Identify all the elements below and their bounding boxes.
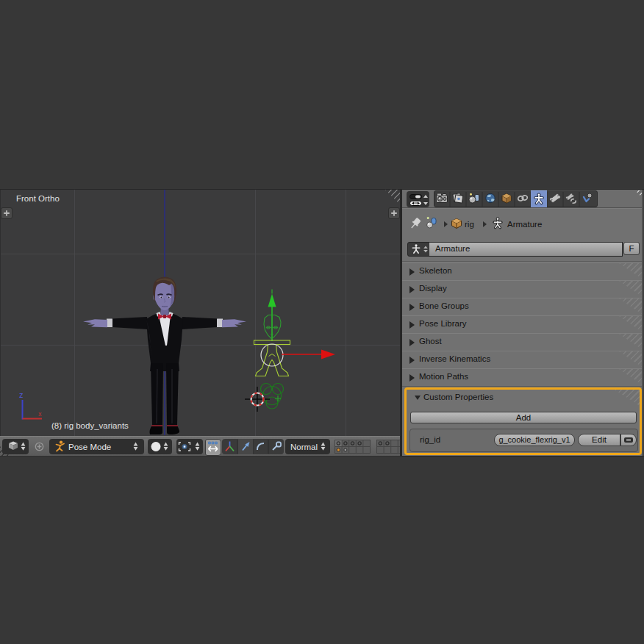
svg-text:z: z — [19, 390, 24, 399]
svg-text:Armature: Armature — [507, 220, 542, 229]
svg-text:Normal: Normal — [290, 443, 318, 451]
svg-text:x: x — [38, 410, 42, 418]
svg-text:rig: rig — [465, 220, 474, 229]
svg-text:Pose Mode: Pose Mode — [68, 443, 111, 451]
